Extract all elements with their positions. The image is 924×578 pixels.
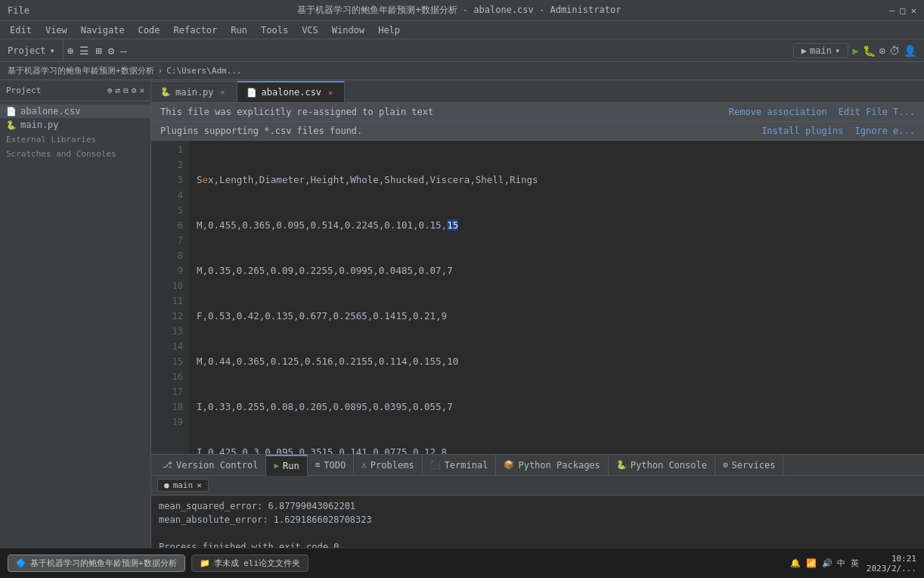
settings-icon[interactable]: ⚙ — [132, 85, 137, 95]
menu-refactor[interactable]: Refactor — [168, 23, 224, 37]
tab-close-main[interactable]: ✕ — [219, 87, 228, 97]
run-button[interactable]: ▶ — [852, 45, 858, 57]
code-content[interactable]: Sex,Length,Diameter,Height,Whole,Shucked… — [189, 141, 924, 454]
menu-run[interactable]: Run — [225, 23, 253, 37]
profile-icon[interactable]: ⏱ — [889, 45, 900, 57]
date: 2023/2/... — [867, 564, 916, 573]
tab-python-console[interactable]: 🐍 Python Console — [609, 455, 715, 476]
settings-icon[interactable]: ⚙ — [108, 45, 114, 57]
tab-run[interactable]: ▶ Run — [266, 455, 307, 476]
breadcrumb-separator: › — [158, 66, 163, 76]
menu-tools[interactable]: Tools — [255, 23, 294, 37]
line-num-7: 7 — [157, 233, 183, 248]
run-sub-tab-label: main — [173, 480, 194, 490]
taskbar-item-ide[interactable]: 🔷 基于机器学习的鲍鱼年龄预测+数据分析 — [8, 555, 185, 572]
tab-todo[interactable]: ≡ TODO — [308, 455, 355, 476]
code-line-3: M,0.35,0.265,0.09,0.2255,0.0995,0.0485,0… — [197, 263, 916, 278]
project-breadcrumb[interactable]: 基于机器学习的鲍鱼年龄预测+数据分析 — [8, 65, 154, 76]
taskbar-ide-label: 基于机器学习的鲍鱼年龄预测+数据分析 — [30, 558, 177, 569]
tab-problems[interactable]: ⚠ Problems — [354, 455, 422, 476]
path-breadcrumb[interactable]: C:\Users\Adm... — [166, 66, 241, 76]
menu-view[interactable]: View — [39, 23, 73, 37]
tab-services[interactable]: ⚙ Services — [715, 455, 783, 476]
sidebar: Project ⊕ ⇄ ⊟ ⚙ ✕ 📄 abalone.csv 🐍 main.p… — [0, 80, 151, 575]
tab-abalone-csv[interactable]: 📄 abalone.csv ✕ — [237, 81, 346, 102]
tab-close-csv[interactable]: ✕ — [326, 88, 335, 98]
layout-icon[interactable]: ☰ — [79, 45, 89, 57]
sidebar-header-icons: ⊕ ⇄ ⊟ ⚙ ✕ — [107, 85, 144, 95]
edit-file-type-link[interactable]: Edit File T... — [839, 107, 915, 117]
python-console-icon: 🐍 — [616, 460, 627, 470]
line-num-18: 18 — [157, 399, 183, 415]
menu-bar: Edit View Navigate Code Refactor Run Too… — [0, 21, 924, 39]
code-line-2: M,0.455,0.365,0.095,0.514,0.2245,0.101,0… — [197, 218, 916, 233]
line-num-19: 19 — [157, 415, 183, 430]
line-num-11: 11 — [157, 294, 183, 309]
minimize-icon[interactable]: — — [120, 45, 126, 57]
menu-window[interactable]: Window — [326, 23, 371, 37]
menu-help[interactable]: Help — [372, 23, 406, 37]
csv-file-icon: 📄 — [6, 107, 17, 117]
menu-file[interactable]: File — [8, 5, 29, 16]
line-num-13: 13 — [157, 324, 183, 339]
sidebar-item-label: main.py — [20, 120, 59, 130]
notif-right-1: Remove association Edit File T... — [729, 107, 915, 117]
sync-icon[interactable]: ⊕ — [67, 45, 73, 57]
run-config-dropdown[interactable]: ▶ main ▾ — [793, 43, 848, 58]
user-icon[interactable]: 👤 — [904, 45, 916, 57]
tab-label-active: abalone.csv — [262, 87, 321, 98]
tab-version-control[interactable]: ⎇ Version Control — [155, 455, 266, 476]
tab-python-packages-label: Python Packages — [518, 460, 600, 471]
run-sub-tab-bar: ● main ✕ — [151, 476, 924, 496]
code-line-5: M,0.44,0.365,0.125,0.516,0.2155,0.114,0.… — [197, 354, 916, 369]
taskbar-item-folder[interactable]: 📁 李未成 eli论文文件夹 — [191, 555, 309, 572]
install-plugins-link[interactable]: Install plugins — [761, 126, 843, 136]
tab-run-label: Run — [283, 461, 299, 471]
sidebar-item-main-py[interactable]: 🐍 main.py — [0, 118, 150, 132]
tab-services-label: Services — [732, 460, 776, 471]
menu-vcs[interactable]: VCS — [296, 23, 324, 37]
line-num-2: 2 — [157, 157, 183, 172]
tab-terminal[interactable]: ⬛ Terminal — [423, 455, 497, 476]
line-num-12: 12 — [157, 309, 183, 324]
tab-main-py[interactable]: 🐍 main.py ✕ — [151, 81, 237, 102]
split-icon[interactable]: ⊞ — [95, 45, 101, 57]
notification-message-2: Plugins supporting *.csv files found. — [160, 126, 362, 136]
run-sub-tab-main[interactable]: ● main ✕ — [157, 479, 209, 492]
menu-navigate[interactable]: Navigate — [75, 23, 131, 37]
taskbar-time: 10:21 2023/2/... — [867, 554, 916, 573]
add-icon[interactable]: ⊕ — [107, 85, 113, 95]
taskbar-left: 🔷 基于机器学习的鲍鱼年龄预测+数据分析 📁 李未成 eli论文文件夹 — [8, 555, 309, 572]
sidebar-item-abalone-csv[interactable]: 📄 abalone.csv — [0, 104, 150, 118]
menu-code[interactable]: Code — [132, 23, 166, 37]
taskbar-right: 🔔 📶 🔊 中 英 10:21 2023/2/... — [790, 554, 916, 573]
chevron-down-icon: ▾ — [835, 45, 840, 56]
run-sub-tab-close[interactable]: ✕ — [197, 480, 202, 490]
taskbar-systray: 🔔 📶 🔊 中 英 — [790, 558, 859, 569]
python-packages-icon: 📦 — [504, 460, 514, 470]
sidebar-header: Project ⊕ ⇄ ⊟ ⚙ ✕ — [0, 80, 150, 101]
run-sub-tab-icon: ● — [164, 480, 169, 490]
menu-edit[interactable]: Edit — [4, 23, 38, 37]
run-config-label: main — [810, 45, 832, 56]
remove-association-link[interactable]: Remove association — [729, 107, 827, 117]
window-title: 基于机器学习的鲍鱼年龄预测+数据分析 - abalone.csv - Admin… — [297, 4, 621, 17]
line-num-3: 3 — [157, 172, 183, 188]
notif-right-2: Install plugins Ignore e... — [761, 126, 915, 136]
sync-icon[interactable]: ⇄ — [116, 85, 121, 95]
collapse-icon[interactable]: ⊟ — [123, 85, 129, 95]
debug-icon[interactable]: 🐛 — [863, 45, 876, 57]
sidebar-item-label: abalone.csv — [20, 106, 80, 117]
chevron-down-icon: ▾ — [50, 45, 55, 56]
notification-reassign: This file was explicitly re-assigned to … — [151, 103, 924, 122]
csv-tab-icon: 📄 — [247, 88, 257, 98]
terminal-line-3 — [159, 527, 916, 540]
coverage-icon[interactable]: ⊙ — [879, 45, 885, 57]
run-tab-icon: ▶ — [274, 461, 279, 471]
clock: 10:21 — [867, 554, 916, 564]
main-layout: Project ⊕ ⇄ ⊟ ⚙ ✕ 📄 abalone.csv 🐍 main.p… — [0, 80, 924, 575]
project-selector[interactable]: Project ▾ — [0, 39, 64, 61]
tab-python-packages[interactable]: 📦 Python Packages — [496, 455, 608, 476]
close-icon[interactable]: ✕ — [139, 85, 144, 95]
ignore-link[interactable]: Ignore e... — [855, 126, 915, 136]
